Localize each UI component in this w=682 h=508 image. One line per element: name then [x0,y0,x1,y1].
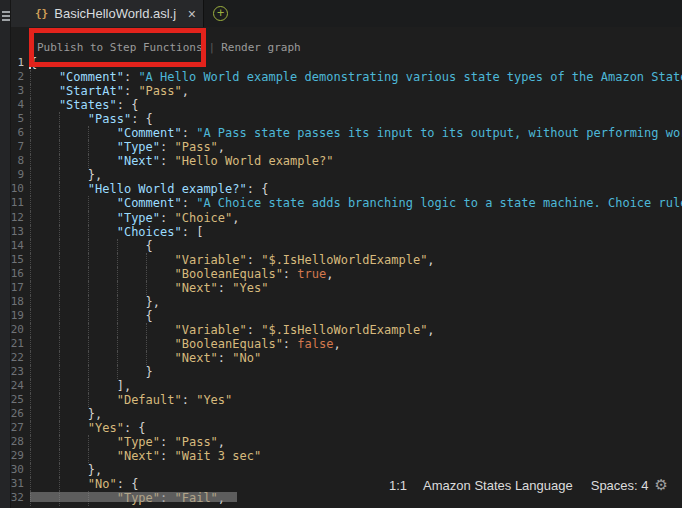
code-line[interactable]: 28"Type": "Pass", [0,435,682,449]
close-icon[interactable]: × [188,7,196,21]
indent-guide [117,281,118,295]
line-number: 27 [0,421,24,434]
code-line[interactable]: 3"StartAt": "Pass", [0,84,682,98]
code-line[interactable]: 10"Hello World example?": { [0,182,682,196]
line-number: 25 [0,393,24,406]
code-line[interactable]: 16"BooleanEquals": true, [0,267,682,281]
code-line[interactable]: 15"Variable": "$.IsHelloWorldExample", [0,253,682,267]
indent-guide [117,309,118,323]
indent-guide [59,182,60,196]
indent-guide [59,154,60,168]
indent-guide [117,337,118,351]
line-number: 11 [0,196,24,209]
indent-guide [59,140,60,154]
code-line[interactable]: 22"Next": "No" [0,351,682,365]
indent-guide [88,351,89,365]
indent-guide [88,323,89,337]
code-line[interactable]: 26}, [0,407,682,421]
indent-guide [59,196,60,210]
indent-guide [30,211,31,225]
line-number: 5 [0,112,24,125]
line-number: 13 [0,225,24,238]
line-number: 28 [0,435,24,448]
indent-guide [88,337,89,351]
line-number: 26 [0,407,24,420]
code-line[interactable]: 9}, [0,168,682,182]
code-line[interactable]: 30}, [0,463,682,477]
indent-guide [59,421,60,435]
code-line[interactable]: 6"Comment": "A Pass state passes its inp… [0,126,682,140]
line-number: 10 [0,182,24,195]
line-number: 4 [0,98,24,111]
code-line[interactable]: 19{ [0,309,682,323]
gear-icon[interactable]: ⚙ [655,478,668,493]
indent-guide [88,281,89,295]
line-number: 23 [0,365,24,378]
indent-guide [146,267,147,281]
line-number: 15 [0,253,24,266]
language-mode[interactable]: Amazon States Language [423,478,573,493]
indent-guide [88,393,89,407]
code-line[interactable]: 4"States": { [0,98,682,112]
line-number: 9 [0,168,24,181]
code-line[interactable]: 5"Pass": { [0,112,682,126]
line-number: 3 [0,84,24,97]
code-line[interactable]: 14{ [0,239,682,253]
indent-guide [88,365,89,379]
code-line[interactable]: 12"Type": "Choice", [0,211,682,225]
indent-guide [59,309,60,323]
indent-guide [59,225,60,239]
indent-guide [59,126,60,140]
code-line[interactable]: 24], [0,379,682,393]
indent-guide [117,267,118,281]
indent-guide [30,365,31,379]
editor-code-area[interactable]: 1{2"Comment": "A Hello World example dem… [0,56,682,506]
code-line[interactable]: 23} [0,365,682,379]
code-line[interactable]: 25"Default": "Yes" [0,393,682,407]
line-number: 20 [0,323,24,336]
indent-guide [88,253,89,267]
code-line[interactable]: 29"Next": "Wait 3 sec" [0,449,682,463]
code-line[interactable]: 7"Type": "Pass", [0,140,682,154]
indent-guide [30,379,31,393]
indent-guide [30,421,31,435]
indent-guide [30,182,31,196]
code-line[interactable]: 2"Comment": "A Hello World example demon… [0,70,682,84]
code-line[interactable]: 27"Yes": { [0,421,682,435]
cursor-position[interactable]: 1:1 [389,478,407,493]
code-line[interactable]: 8"Next": "Hello World example?" [0,154,682,168]
menu-icon[interactable] [2,11,10,23]
code-line[interactable]: 11"Comment": "A Choice state adds branch… [0,196,682,210]
indent-guide [59,379,60,393]
line-number: 1 [0,56,24,69]
code-lens-separator: | [209,41,216,54]
annotation-highlight-box [29,28,206,67]
horizontal-scrollbar[interactable] [30,492,237,502]
indent-guide [30,140,31,154]
code-line[interactable]: 17"Next": "Yes" [0,281,682,295]
code-line[interactable]: 18}, [0,295,682,309]
indent-guide [88,225,89,239]
line-number: 6 [0,126,24,139]
indent-guide [30,295,31,309]
indent-guide [30,112,31,126]
code-line[interactable]: 20"Variable": "$.IsHelloWorldExample", [0,323,682,337]
indent-guide [59,393,60,407]
render-graph-link[interactable]: Render graph [221,41,300,54]
indent-guide [30,323,31,337]
code-line[interactable]: 13"Choices": [ [0,225,682,239]
indent-guide [59,337,60,351]
indent-guide [88,435,89,449]
indent-guide [59,211,60,225]
indent-guide [59,281,60,295]
code-line[interactable]: 21"BooleanEquals": false, [0,337,682,351]
indent-guide [30,70,31,84]
line-number: 24 [0,379,24,392]
indent-guide [88,449,89,463]
indentation-setting[interactable]: Spaces: 4 [591,478,649,493]
tab-basichelloworld[interactable]: {} BasicHelloWorld.asl.json × [11,0,204,27]
indent-guide [30,463,31,477]
indent-guide [30,281,31,295]
line-number: 2 [0,70,24,83]
new-tab-button[interactable]: + [213,6,228,21]
